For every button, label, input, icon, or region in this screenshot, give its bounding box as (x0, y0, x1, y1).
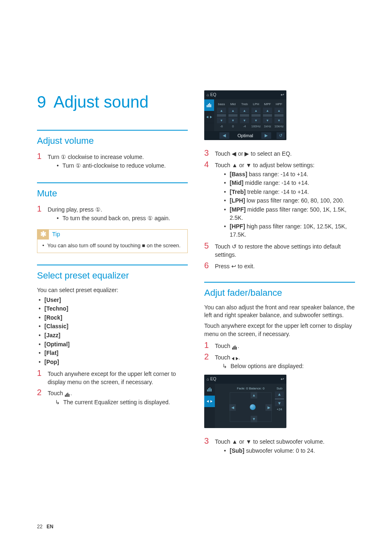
svg-rect-2 (67, 393, 68, 397)
section-preset-eq: Select preset equalizer (37, 269, 188, 282)
svg-marker-14 (232, 357, 234, 360)
eq-up-icon: ▲ (240, 108, 249, 113)
chapter-heading: 9 Adjust sound (37, 90, 188, 113)
svg-rect-17 (208, 388, 209, 391)
ds-breadcrumb: ⌂ EQ (207, 92, 216, 98)
eq-column: Mid▲▼0 (228, 102, 238, 129)
svg-rect-4 (207, 105, 208, 107)
step-number: 2 (37, 388, 44, 397)
equalizer-icon (65, 390, 70, 398)
eq-column: LPH▲▼160Hz (251, 102, 261, 129)
fader-down-icon: ▼ (251, 416, 257, 422)
section-rule (37, 182, 188, 183)
sub-step: [HPF] high pass filter range: 10K, 12.5K… (222, 223, 355, 239)
fader-up-icon: ▲ (251, 392, 257, 398)
step-text: Touch ↺ to restore the above settings in… (215, 243, 341, 258)
svg-rect-18 (210, 387, 210, 391)
eq-tab-icon (204, 99, 214, 111)
step-number: 1 (37, 152, 44, 161)
eq-col-value: 10kHz (274, 124, 284, 129)
step: 1 Touch anywhere except for the upper le… (37, 368, 188, 386)
eq-column: Treb▲▼-4 (240, 102, 249, 129)
eq-down-icon: ▼ (228, 117, 238, 123)
eq-up-icon: ▲ (263, 108, 272, 113)
step-result: The current Equalizer setting is display… (63, 398, 170, 407)
step-number: 1 (204, 341, 211, 350)
next-preset-icon: ▶ (261, 132, 271, 139)
tip-text: You can also turn off sound by touching … (42, 242, 183, 249)
section-rule (37, 265, 188, 265)
section-rule (204, 282, 355, 283)
eq-col-label: MPF (264, 102, 271, 106)
step-text: Touch . (48, 390, 72, 396)
eq-down-icon: ▼ (263, 117, 272, 123)
svg-rect-0 (65, 395, 66, 397)
eq-bar (240, 114, 249, 117)
sub-down-icon: ▼ (275, 401, 284, 406)
fader-balance-pad: ▲ ▼ ◀ ▶ (230, 392, 272, 422)
sub-step: [MPF] middle pass filter range: 500, 1K,… (222, 206, 355, 222)
balance-tab-icon (204, 111, 214, 123)
step-text: Touch anywhere except for the upper left… (48, 371, 176, 385)
ds-breadcrumb: ⌂ EQ (207, 376, 216, 382)
eq-tab-icon (204, 384, 215, 396)
eq-col-label: HPF (276, 102, 282, 106)
prev-preset-icon: ◀ (219, 132, 229, 139)
list-item: [Pop] (37, 358, 188, 366)
eq-down-icon: ▼ (251, 117, 261, 123)
sub-step: [Sub] subwoofer volume: 0 to 24. (222, 447, 355, 455)
equalizer-icon (232, 343, 238, 351)
step-number: 1 (37, 368, 44, 378)
list-item: [Optimal] (37, 341, 188, 349)
step-number: 5 (204, 241, 211, 250)
svg-rect-11 (233, 346, 234, 350)
back-icon: ↩ (281, 92, 284, 98)
svg-rect-16 (207, 389, 208, 391)
device-screenshot-balance: ⌂ EQ ↩ Fade: 0 Balance: 0 (204, 375, 286, 428)
preset-eq-list: [User] [Techno] [Rock] [Classic] [Jazz] … (37, 296, 188, 366)
step-number: 6 (204, 261, 211, 270)
fader-intro-2: Touch anywhere except for the upper left… (204, 322, 355, 338)
step: 1 Touch . (204, 341, 355, 350)
eq-col-label: bass (218, 102, 225, 106)
page-number: 22 (37, 523, 42, 530)
sub-step: Turn ① anti-clockwise to reduce volume. (55, 162, 188, 170)
sub-value: +24 (277, 407, 282, 412)
step: 1 Turn ① clockwise to increase volume. T… (37, 152, 188, 171)
step-text: Turn ① clockwise to increase volume. (48, 154, 144, 160)
svg-rect-5 (208, 104, 209, 107)
svg-marker-9 (210, 116, 212, 118)
step-text: Touch ▲ or ▼ to adjust below settings: (215, 162, 315, 168)
eq-column: MPF▲▼1kHz (263, 102, 272, 129)
list-item: [User] (37, 296, 188, 304)
svg-rect-12 (235, 345, 235, 350)
eq-up-icon: ▲ (228, 108, 238, 113)
eq-up-icon: ▲ (274, 108, 284, 113)
device-screenshot-eq: ⌂ EQ ↩ bass▲▼-6Mid▲▼0Treb▲▼-4LPH▲▼160HzM… (204, 90, 286, 140)
step-text: Touch . (215, 354, 240, 361)
svg-rect-10 (232, 348, 233, 350)
eq-up-icon: ▲ (251, 108, 261, 113)
section-rule (37, 130, 188, 131)
eq-col-value: 1kHz (264, 124, 271, 129)
eq-column: bass▲▼-6 (217, 102, 226, 129)
eq-bar (274, 114, 284, 117)
svg-marker-15 (236, 357, 238, 360)
eq-bar (228, 114, 238, 117)
list-item: [Jazz] (37, 332, 188, 340)
step-text: During play, press ①. (48, 206, 102, 213)
balance-tab-icon (204, 396, 215, 408)
page-footer: 22 EN (37, 523, 53, 530)
fader-intro-1: You can also adjust the front and rear s… (204, 304, 355, 320)
eq-preset-name: Optimal (238, 133, 253, 139)
sub-step: [Mid] middle range: -14 to +14. (222, 179, 355, 187)
svg-rect-1 (66, 394, 67, 397)
eq-col-value: -6 (220, 124, 223, 129)
sub-label: Sub (277, 386, 282, 391)
chapter-title: Adjust sound (53, 90, 148, 113)
tip-icon: ✱ (37, 230, 49, 240)
result-arrow-icon: ↳ (55, 398, 60, 407)
tip-box: ✱ Tip You can also turn off sound by tou… (37, 229, 188, 253)
step: 3 Touch ◀ or ▶ to select an EQ. (204, 148, 355, 158)
step-text: Press ↩ to exit. (215, 263, 255, 269)
